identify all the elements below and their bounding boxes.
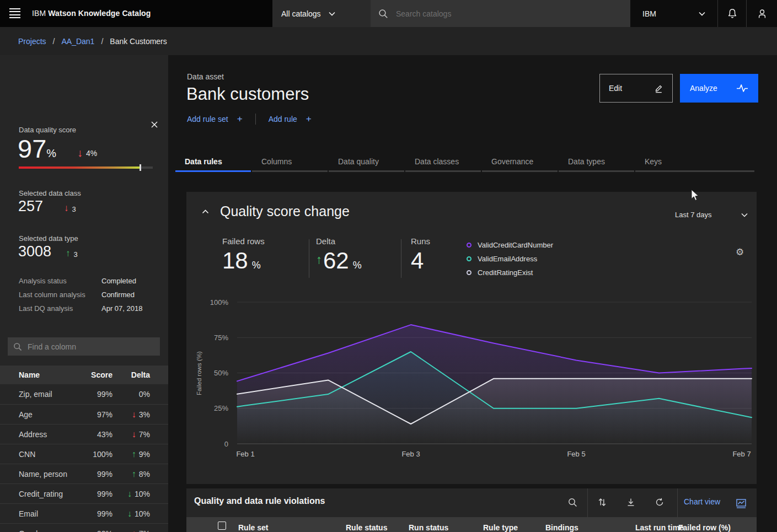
column-name: CNN [0, 450, 83, 459]
data-quality-sidebar: Data quality score 97 % ↓ 4% Selected da… [0, 55, 168, 532]
breadcrumb-projects[interactable]: Projects [18, 37, 46, 46]
header-name: Name [0, 370, 83, 379]
search-icon [378, 9, 388, 19]
filter-button[interactable] [594, 495, 610, 510]
tab-data-quality[interactable]: Data quality [329, 153, 404, 172]
legend-label: ValidCreditCardNumber [478, 241, 553, 249]
add-rule-link[interactable]: Add rule + [269, 114, 312, 125]
divider [587, 488, 588, 517]
table-row[interactable]: Gender90%↓7% [0, 523, 168, 532]
tab-data-classes[interactable]: Data classes [405, 153, 481, 172]
close-icon[interactable] [150, 120, 161, 131]
score-value: 97 [18, 136, 46, 162]
bell-icon [727, 8, 738, 19]
table-row[interactable]: Age97%↓3% [0, 404, 168, 424]
divider [677, 488, 678, 517]
svg-text:100%: 100% [210, 298, 229, 307]
stat-value: 18 [222, 249, 248, 272]
edit-button[interactable]: Edit [599, 74, 673, 103]
tab-columns[interactable]: Columns [252, 153, 328, 172]
collapse-icon[interactable] [202, 209, 209, 214]
profile-button[interactable] [746, 0, 777, 27]
svg-text:Failed rows (%): Failed rows (%) [196, 351, 202, 395]
column-name: Gender [0, 529, 83, 532]
divider [309, 239, 309, 278]
last-dq-analysis-value: Apr 07, 2018 [101, 304, 142, 313]
stat-label: Delta [316, 237, 362, 246]
stat-value: 62 [323, 249, 349, 272]
plus-icon: + [306, 114, 312, 125]
analyze-button[interactable]: Analyze [680, 74, 758, 103]
stat-failed-rows: Failed rows 18 % [222, 237, 265, 272]
find-column-input[interactable] [28, 342, 154, 351]
select-all-checkbox[interactable] [218, 522, 226, 530]
legend-item[interactable]: CreditRatingExist [467, 266, 553, 280]
time-range-dropdown[interactable]: Last 7 days [675, 211, 748, 219]
divider [255, 114, 256, 125]
account-dropdown[interactable]: IBM [630, 0, 717, 27]
brand-prefix: IBM [32, 9, 46, 18]
chevron-down-icon [741, 213, 748, 217]
data-type-value: 3008 [18, 244, 51, 259]
column-delta: 7% [139, 529, 150, 532]
tab-governance[interactable]: Governance [482, 153, 558, 172]
download-button[interactable] [623, 495, 639, 510]
table-row[interactable]: Credit_rating99%↓10% [0, 483, 168, 503]
analysis-status-label: Analysis status [19, 277, 67, 285]
add-rule-label: Add rule [269, 115, 297, 123]
svg-text:Feb 1: Feb 1 [236, 450, 254, 458]
legend-item[interactable]: ValidEmailAddress [467, 252, 553, 266]
svg-text:Feb 3: Feb 3 [401, 450, 420, 458]
tab-data-rules[interactable]: Data rules [175, 153, 251, 172]
svg-text:50%: 50% [214, 369, 228, 377]
table-row[interactable]: Email99%↓10% [0, 503, 168, 523]
asset-tabs: Data rulesColumnsData qualityData classe… [175, 153, 755, 172]
table-row[interactable]: CNN100%↑9% [0, 444, 168, 464]
table-row[interactable]: Zip, email99%0% [0, 384, 168, 404]
tab-label: Governance [491, 157, 533, 166]
score-delta: 4% [86, 149, 97, 162]
chart-view-button[interactable] [733, 496, 749, 511]
download-icon [626, 498, 635, 507]
breadcrumb-project[interactable]: AA_Dan1 [61, 37, 94, 46]
menu-icon[interactable] [9, 7, 21, 19]
add-rule-set-link[interactable]: Add rule set + [187, 114, 243, 125]
asset-type-label: Data asset [187, 72, 224, 81]
legend-item[interactable]: ValidCreditCardNumber [467, 238, 553, 252]
pulse-icon [736, 83, 748, 93]
column-name: Credit_rating [0, 490, 83, 498]
refresh-button[interactable] [652, 495, 667, 510]
catalog-search [371, 0, 630, 27]
arrows-vertical-icon [598, 498, 607, 507]
arrow-down-icon: ↓ [64, 203, 69, 214]
tab-keys[interactable]: Keys [635, 153, 754, 172]
catalogs-dropdown-label: All catalogs [281, 9, 321, 18]
person-icon [757, 8, 768, 19]
table-row[interactable]: Name, person99%↑8% [0, 464, 168, 483]
violations-title: Quality and data rule violations [194, 496, 325, 506]
add-links: Add rule set + Add rule + [187, 114, 312, 125]
tab-data-types[interactable]: Data types [559, 153, 634, 172]
violations-table-header: Rule setRule statusRun statusRule typeBi… [186, 517, 757, 532]
search-button[interactable] [565, 495, 580, 510]
table-row[interactable]: Address43%↓7% [0, 424, 168, 444]
column-delta: 10% [135, 490, 150, 498]
column-score: 97% [83, 410, 112, 419]
stat-value: 4 [411, 249, 424, 272]
account-label: IBM [642, 9, 656, 18]
chart-view-link[interactable]: Chart view [684, 497, 720, 506]
breadcrumb-current: Bank Customers [110, 37, 167, 46]
legend-label: ValidEmailAddress [478, 255, 537, 263]
column-name: Age [0, 410, 83, 419]
arrow-down-icon: ↓ [132, 529, 136, 532]
gear-icon[interactable]: ⚙ [736, 248, 744, 257]
catalogs-dropdown[interactable]: All catalogs [272, 0, 371, 27]
column-name: Address [0, 430, 83, 439]
search-input[interactable] [396, 9, 623, 18]
add-rule-set-label: Add rule set [187, 115, 228, 123]
notifications-button[interactable] [717, 0, 746, 27]
column-score: 99% [83, 470, 112, 479]
stat-delta: Delta ↑ 62 % [316, 237, 362, 272]
column-name: Zip, email [0, 390, 83, 399]
chevron-down-icon [699, 12, 705, 16]
